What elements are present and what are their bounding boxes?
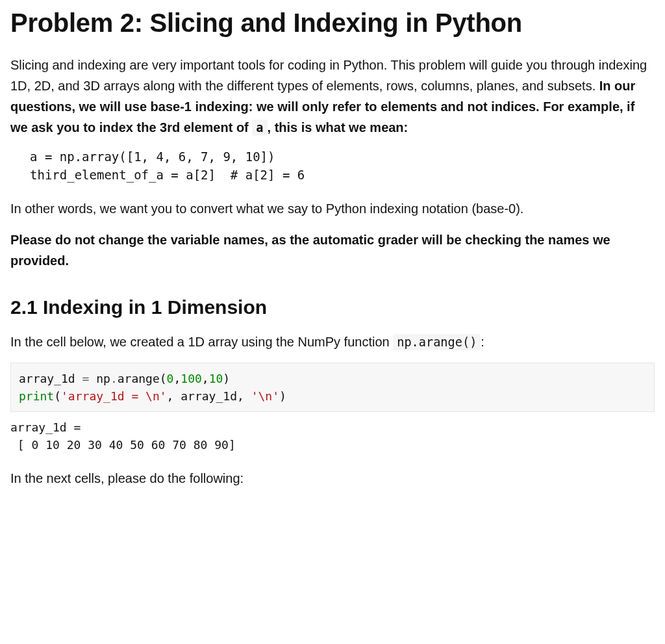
code-builtin: print — [19, 389, 54, 403]
code-token: , — [173, 372, 181, 385]
code-token: ) — [223, 372, 230, 385]
warning-text: Please do not change the variable names,… — [10, 233, 610, 268]
code-token: ) — [279, 389, 286, 403]
code-str: 'array_1d = \n' — [61, 389, 167, 403]
code-token: arange( — [118, 372, 167, 385]
code-op: = — [82, 372, 90, 385]
section-2-1-followup: In the next cells, please do the followi… — [10, 468, 655, 489]
intro-lead: Slicing and indexing are very important … — [10, 58, 647, 93]
code-token: , — [202, 372, 209, 385]
code-token: , array_1d, — [167, 389, 251, 403]
intro-code-token: a — [252, 120, 267, 136]
s21-intro-code: np.arange() — [393, 334, 481, 350]
code-str: '\n' — [251, 389, 279, 403]
intro-bold-after: , this is what we mean: — [268, 120, 408, 135]
page-title: Problem 2: Slicing and Indexing in Pytho… — [10, 6, 655, 39]
example-code-block: a = np.array([1, 4, 6, 7, 9, 10]) third_… — [10, 148, 655, 184]
intro-paragraph: Slicing and indexing are very important … — [10, 55, 655, 138]
code-op: . — [110, 372, 118, 385]
code-token: np — [89, 372, 110, 385]
code-num: 100 — [181, 372, 202, 385]
code-token: array_1d — [19, 372, 82, 385]
code-output: array_1d = [ 0 10 20 30 40 50 60 70 80 9… — [10, 419, 655, 454]
s21-intro-before: In the cell below, we created a 1D array… — [10, 335, 393, 349]
code-num: 10 — [209, 372, 223, 385]
section-2-1-intro: In the cell below, we created a 1D array… — [10, 331, 655, 352]
warning-paragraph: Please do not change the variable names,… — [10, 229, 655, 271]
code-cell: array_1d = np.arange(0,100,10) print('ar… — [10, 363, 655, 412]
code-num: 0 — [167, 372, 174, 385]
post-example-paragraph: In other words, we want you to convert w… — [10, 198, 655, 219]
s21-intro-after: : — [481, 335, 484, 349]
section-2-1-heading: 2.1 Indexing in 1 Dimension — [10, 294, 655, 320]
code-token: ( — [54, 389, 61, 403]
